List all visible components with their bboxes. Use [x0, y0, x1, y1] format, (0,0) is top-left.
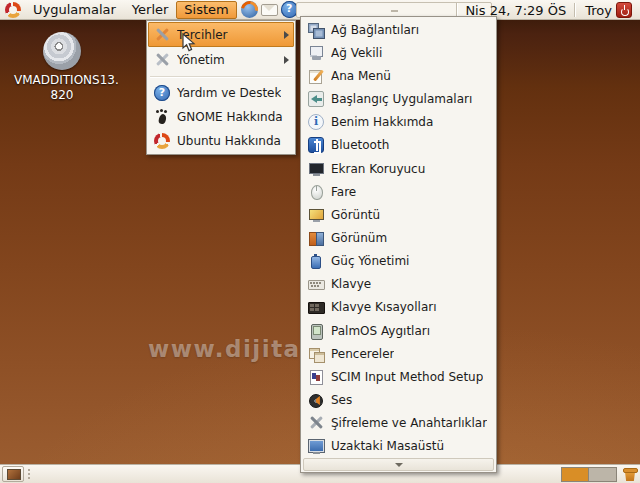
firefox-icon[interactable] — [241, 1, 258, 18]
menu-item-label: Ağ Vekili — [331, 46, 382, 60]
menu-item-label: Yardım ve Destek — [177, 86, 281, 100]
submenu-arrow-icon — [284, 56, 289, 64]
main-menu-icon — [308, 68, 324, 84]
menu-item-sound[interactable]: Ses — [302, 389, 495, 412]
menu-item-startup-applications[interactable]: Başlangıç Uygulamaları — [302, 87, 495, 110]
workspace-switcher — [561, 467, 617, 482]
workspace-1[interactable] — [562, 468, 589, 481]
startup-applications-icon — [308, 91, 324, 107]
menu-item-keyboard-shortcuts[interactable]: Klavye Kısayolları — [302, 296, 495, 319]
keyboard-icon — [308, 276, 324, 292]
system-menu-dropdown: TercihlerYönetimYardım ve DestekGNOME Ha… — [146, 20, 296, 155]
menu-scroll-down-button[interactable] — [303, 458, 494, 471]
user-switcher[interactable]: Troy — [581, 2, 636, 18]
menu-item-about-ubuntu[interactable]: Ubuntu Hakkında — [148, 129, 294, 153]
menu-item-help-support[interactable]: Yardım ve Destek — [148, 81, 294, 105]
sound-icon — [308, 392, 324, 408]
chevron-down-icon — [395, 463, 403, 467]
logout-icon — [616, 2, 632, 18]
menu-item-scim-input-method[interactable]: SCIM Input Method Setup — [302, 365, 495, 388]
menu-item-screensaver[interactable]: Ekran Koruyucu — [302, 157, 495, 180]
show-desktop-button[interactable] — [2, 466, 24, 482]
menu-item-label: Ağ Bağlantıları — [331, 23, 419, 37]
menu-item-label: Ubuntu Hakkında — [177, 134, 281, 148]
keyboard-shortcuts-icon — [308, 299, 324, 315]
user-name: Troy — [585, 3, 612, 18]
menu-item-label: Ekran Koruyucu — [331, 162, 425, 176]
menu-item-bluetooth[interactable]: Bluetooth — [302, 134, 495, 157]
menu-item-network-proxy[interactable]: Ağ Vekili — [302, 41, 495, 64]
menu-item-main-menu[interactable]: Ana Menü — [302, 64, 495, 87]
display-icon — [308, 207, 324, 223]
menu-item-label: Yönetim — [177, 53, 225, 67]
menu-item-about-gnome[interactable]: GNOME Hakkında — [148, 105, 294, 129]
submenu-arrow-icon — [284, 31, 289, 39]
menu-item-label: Güç Yönetimi — [331, 254, 409, 268]
menu-item-preferences[interactable]: Tercihler — [148, 22, 294, 47]
menu-item-label: PalmOS Aygıtları — [331, 324, 430, 338]
menu-separator — [150, 76, 292, 77]
menu-item-mouse[interactable]: Fare — [302, 180, 495, 203]
panel-separator — [456, 3, 457, 17]
menu-item-label: Görüntü — [331, 208, 380, 222]
menu-item-encryption-keyrings[interactable]: Şifreleme ve Anahtarlıklar — [302, 412, 495, 435]
menu-item-remote-desktop[interactable]: Uzaktaki Masaüstü — [302, 435, 495, 458]
menu-item-label: Başlangıç Uygulamaları — [331, 92, 472, 106]
menu-item-label: GNOME Hakkında — [177, 110, 283, 124]
menu-item-label: Fare — [331, 185, 356, 199]
network-connections-icon — [308, 22, 324, 38]
scim-input-method-icon — [308, 369, 324, 385]
mail-icon[interactable] — [261, 1, 278, 18]
menu-item-label: Klavye Kısayolları — [331, 300, 437, 314]
network-proxy-icon — [308, 45, 324, 61]
trash-icon[interactable] — [622, 466, 638, 482]
menu-item-appearance[interactable]: Görünüm — [302, 226, 495, 249]
menu-item-label: Ana Menü — [331, 69, 391, 83]
menu-item-label: Benim Hakkımda — [331, 115, 433, 129]
screensaver-icon — [308, 161, 324, 177]
menu-item-palmos-devices[interactable]: PalmOS Aygıtları — [302, 319, 495, 342]
menu-item-label: Klavye — [331, 277, 371, 291]
menu-item-about-me[interactable]: Benim Hakkımda — [302, 111, 495, 134]
appearance-icon — [308, 230, 324, 246]
mouse-cursor — [182, 33, 196, 53]
workspace-2[interactable] — [589, 468, 616, 481]
menu-applications[interactable]: Uygulamalar — [25, 1, 124, 19]
menu-item-display[interactable]: Görüntü — [302, 203, 495, 226]
desktop-icon-label: VMADDITIONS13. 820 — [14, 73, 110, 103]
encryption-keyrings-icon — [308, 415, 324, 431]
menu-item-network-connections[interactable]: Ağ Bağlantıları — [302, 18, 495, 41]
menu-item-keyboard[interactable]: Klavye — [302, 273, 495, 296]
cd-disc-icon — [43, 32, 81, 70]
panel-separator — [574, 3, 575, 17]
menu-item-windows[interactable]: Pencereler — [302, 342, 495, 365]
menu-item-label: Pencereler — [331, 347, 394, 361]
about-me-icon — [308, 114, 324, 130]
desktop-screen: VMADDITIONS13. 820 www.dijita Uygulamala… — [0, 0, 640, 483]
help-icon — [154, 85, 170, 101]
menu-places[interactable]: Yerler — [124, 1, 177, 19]
ubuntu-logo-icon[interactable] — [5, 2, 21, 18]
ubuntu-icon — [154, 133, 170, 149]
administration-icon — [154, 52, 170, 68]
remote-desktop-icon — [308, 438, 324, 454]
desktop-icon-vmadditions[interactable]: VMADDITIONS13. 820 — [14, 32, 110, 103]
menu-item-label: Görünüm — [331, 231, 387, 245]
menu-item-power-management[interactable]: Güç Yönetimi — [302, 250, 495, 273]
menu-item-label: Ses — [331, 393, 352, 407]
gnome-icon — [154, 109, 170, 125]
panel-handle[interactable] — [27, 468, 32, 481]
preferences-icon — [154, 27, 170, 43]
watermark-text: www.dijita — [148, 336, 301, 362]
panel-launchers — [241, 1, 298, 18]
windows-icon — [308, 346, 324, 362]
power-management-icon — [308, 253, 324, 269]
menu-item-administration[interactable]: Yönetim — [148, 47, 294, 72]
menu-item-label: SCIM Input Method Setup — [331, 370, 483, 384]
palmos-devices-icon — [308, 323, 324, 339]
show-desktop-icon — [7, 469, 20, 480]
menu-item-label: Şifreleme ve Anahtarlıklar — [331, 416, 487, 430]
menu-item-label: Bluetooth — [331, 138, 389, 152]
menu-item-label: Uzaktaki Masaüstü — [331, 439, 444, 453]
menu-system[interactable]: Sistem — [176, 1, 236, 19]
